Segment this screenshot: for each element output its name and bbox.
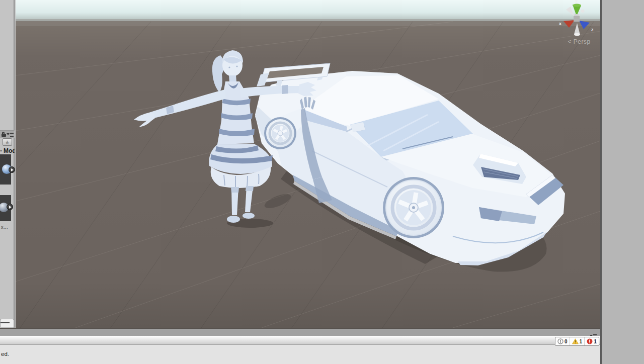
warning-icon <box>572 338 579 344</box>
gizmo-z-cone[interactable] <box>579 21 590 29</box>
play-icon[interactable] <box>7 204 13 210</box>
pane-menu-icon[interactable] <box>7 132 14 136</box>
tab-model-label: Mod <box>4 147 15 154</box>
gizmo-neg-cone[interactable] <box>566 7 574 16</box>
truncated-item-label[interactable]: x... <box>1 225 8 230</box>
star-icon[interactable]: ★ <box>3 138 12 146</box>
scrollbar-thumb[interactable] <box>1 322 10 323</box>
error-count: 1 <box>594 339 597 344</box>
gizmo-y-label[interactable]: y <box>575 0 578 3</box>
unity-editor-window: ★ - Mod x... <box>0 0 602 364</box>
warning-count: 1 <box>580 339 583 344</box>
console-status-badges[interactable]: 0 1 1 <box>555 337 599 346</box>
scene-view[interactable]: y x z < Persp <box>16 0 600 328</box>
inspector-sliver-panel: ★ - Mod x... <box>0 0 15 328</box>
projection-toggle[interactable]: < Persp <box>557 38 600 45</box>
info-icon <box>557 338 564 344</box>
error-icon <box>587 338 593 344</box>
status-bar: ed. <box>0 345 600 364</box>
info-badge[interactable]: 0 <box>555 337 570 345</box>
tab-dash: - <box>0 147 2 154</box>
scene-render <box>16 0 600 328</box>
screenshot-root: ★ - Mod x... <box>0 0 644 364</box>
play-icon[interactable] <box>9 166 15 173</box>
tab-model[interactable]: - Mod <box>0 147 15 155</box>
lock-icon[interactable] <box>2 132 6 137</box>
error-badge[interactable]: 1 <box>584 337 599 345</box>
gizmo-z-label[interactable]: z <box>591 27 594 32</box>
gizmo-center-cube[interactable] <box>574 16 580 22</box>
inspector-header <box>0 130 15 138</box>
console-message[interactable]: ed. <box>1 351 9 357</box>
info-count: 0 <box>565 339 568 344</box>
warning-badge[interactable]: 1 <box>570 337 585 345</box>
gizmo-x-cone[interactable] <box>564 20 575 28</box>
status-toolbar-band <box>0 336 600 345</box>
gizmo-x-label[interactable]: x <box>559 21 561 26</box>
bottom-divider-band <box>0 328 600 336</box>
horizontal-scrollbar[interactable] <box>0 319 14 327</box>
